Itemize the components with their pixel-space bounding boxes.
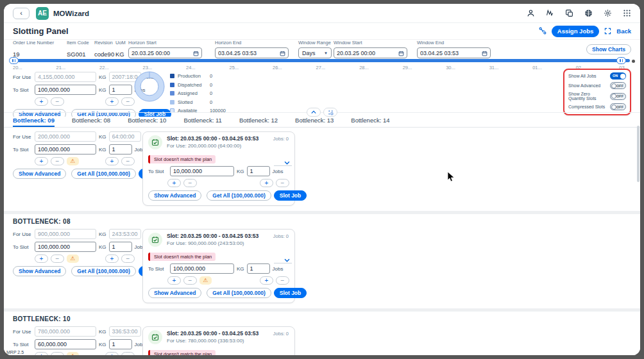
show-advanced-button[interactable]: Show Advanced <box>148 190 201 201</box>
tab-bottleneck-13[interactable]: Bottleneck: 13 <box>295 117 334 127</box>
to-slot-input[interactable] <box>35 144 96 154</box>
slot-for-use: For Use: 780,000.000 (336:53:00) <box>167 338 258 344</box>
decrement-button[interactable]: − <box>51 352 64 355</box>
to-slot-input[interactable] <box>170 263 234 274</box>
jobs-increment-button[interactable]: + <box>105 255 119 263</box>
tab-bottleneck-10[interactable]: Bottleneck: 10 <box>128 117 166 127</box>
calendar-icon[interactable] <box>482 47 487 59</box>
summary-panel: For Use KG Time To Slot KG Jobs + − + − <box>4 72 640 109</box>
window-range-select[interactable]: Days ▼ <box>298 47 332 58</box>
jobs-increment-button[interactable]: + <box>105 97 119 106</box>
back-link[interactable]: Back <box>616 28 631 35</box>
jobs-increment-button[interactable]: + <box>260 179 273 187</box>
settings-gear-icon[interactable] <box>604 9 612 17</box>
jobs-decrement-button[interactable]: − <box>276 276 289 285</box>
globe-icon[interactable] <box>584 9 593 17</box>
tab-bottleneck-14[interactable]: Bottleneck: 14 <box>351 117 389 127</box>
to-slot-input[interactable] <box>35 242 96 252</box>
decrement-button[interactable]: − <box>183 276 197 285</box>
for-use-input <box>35 131 96 142</box>
calendar-icon[interactable] <box>193 47 199 59</box>
get-all-button[interactable]: Get All (100,000.000) <box>71 169 135 179</box>
field-order-line-number: Order Line Number 19 <box>13 40 54 59</box>
timeline-right-handle[interactable] <box>616 57 626 64</box>
jobs-input[interactable] <box>247 263 270 274</box>
increment-button[interactable]: + <box>35 97 48 106</box>
page-header: Slotting Panel Assign Jobs Back <box>4 23 640 40</box>
horizon-end-input[interactable] <box>215 47 289 58</box>
summary-jobs-input[interactable] <box>109 85 132 95</box>
assign-jobs-button[interactable]: Assign Jobs <box>552 26 600 37</box>
field-item-code: Item Code SG001 <box>67 40 89 59</box>
jobs-input[interactable] <box>109 339 132 349</box>
tab-bottleneck-11[interactable]: Bottleneck: 11 <box>183 117 222 127</box>
decrement-button[interactable]: − <box>183 179 197 187</box>
get-all-button[interactable]: Get All (100,000.000) <box>207 288 271 298</box>
get-all-button[interactable]: Get All (100,000.000) <box>71 266 135 276</box>
timeline-end-dot <box>632 60 635 63</box>
jobs-increment-button[interactable]: + <box>105 352 119 355</box>
slot-job-button[interactable]: Slot Job <box>274 288 307 298</box>
pin-panel-button[interactable] <box>323 108 337 117</box>
window-end-input[interactable] <box>417 47 491 58</box>
scrollbar-thumb[interactable] <box>637 126 640 182</box>
summary-to-slot-input[interactable] <box>35 85 96 95</box>
field-uom: UoM KG <box>115 40 126 59</box>
jobs-decrement-button[interactable]: − <box>121 352 135 355</box>
user-icon[interactable] <box>527 9 535 17</box>
slot-job-button[interactable]: Slot Job <box>274 190 307 201</box>
app-title: MOWizard <box>53 10 89 17</box>
show-advanced-button[interactable]: Show Advanced <box>13 266 66 276</box>
shell-bar: ‹ AE MOWizard <box>4 4 640 23</box>
increment-button[interactable]: + <box>167 179 181 187</box>
mismatch-badge: Slot doesn't match the plan <box>148 253 216 261</box>
collapse-panel-button[interactable] <box>307 108 321 117</box>
increment-button[interactable]: + <box>35 255 48 263</box>
increment-button[interactable]: + <box>35 157 48 165</box>
copy-icon[interactable] <box>565 9 573 17</box>
tab-bottleneck-09[interactable]: Bottleneck: 09 <box>13 117 55 127</box>
calendar-icon[interactable] <box>398 47 404 59</box>
increment-button[interactable]: + <box>35 352 48 355</box>
window-start-input[interactable] <box>334 47 407 58</box>
jobs-increment-button[interactable]: + <box>105 157 119 165</box>
jobs-decrement-button[interactable]: − <box>121 255 135 263</box>
field-window-end: Window End <box>417 40 491 58</box>
feedback-icon[interactable] <box>546 9 554 17</box>
show-advanced-button[interactable]: Show Advanced <box>13 169 66 179</box>
tab-bottleneck-12[interactable]: Bottleneck: 12 <box>239 117 278 127</box>
jobs-decrement-button[interactable]: − <box>276 179 289 187</box>
horizon-start-input[interactable] <box>128 47 202 58</box>
fullscreen-icon[interactable] <box>604 26 611 37</box>
show-advanced-button[interactable]: Show Advanced <box>148 288 201 298</box>
decrement-button[interactable]: − <box>51 255 64 263</box>
get-all-button[interactable]: Get All (100,000.000) <box>207 190 271 201</box>
jobs-input[interactable] <box>109 242 132 252</box>
chevron-down-icon[interactable] <box>284 351 290 355</box>
jobs-increment-button[interactable]: + <box>260 276 273 285</box>
timeline-track[interactable] <box>10 59 630 62</box>
toggle-show-zero-quantity-slots[interactable]: OFF <box>610 93 626 100</box>
to-slot-input[interactable] <box>35 339 96 349</box>
toggle-show-all-jobs[interactable]: ON <box>610 72 626 79</box>
slot-card: Slot: 20.03.25 00:00 - 03.04.25 03:53 Fo… <box>142 229 295 303</box>
workflow-icon[interactable] <box>539 26 547 37</box>
jobs-input[interactable] <box>247 166 270 176</box>
timeline-left-handle[interactable] <box>9 57 19 64</box>
apps-grid-icon[interactable] <box>623 9 631 17</box>
calendar-icon[interactable] <box>280 47 285 59</box>
toggle-show-advanced[interactable]: OFF <box>610 82 626 89</box>
jobs-input[interactable] <box>109 144 132 154</box>
shell-back-button[interactable]: ‹ <box>13 8 30 19</box>
show-charts-button[interactable]: Show Charts <box>586 44 631 54</box>
jobs-decrement-button[interactable]: − <box>121 157 135 165</box>
decrement-button[interactable]: − <box>51 157 64 165</box>
tab-bottleneck-08[interactable]: Bottleneck: 08 <box>72 117 110 127</box>
to-slot-input[interactable] <box>170 166 234 176</box>
bottleneck-section: For Use KG Time To Slot KG Jobs + − ⚠ + … <box>4 128 640 211</box>
slot-for-use: For Use: 900,000.000 (243:53:00) <box>167 240 258 246</box>
bottleneck-section: BOTTLENECK: 08 For Use KG Time To Slot K… <box>4 214 640 308</box>
decrement-button[interactable]: − <box>51 97 64 106</box>
time-input <box>109 326 141 337</box>
increment-button[interactable]: + <box>167 276 181 285</box>
